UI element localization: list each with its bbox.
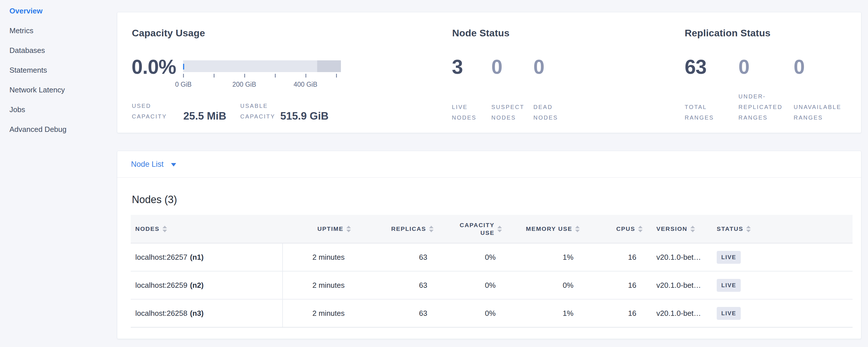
suspect-nodes-value: 0	[491, 57, 524, 77]
uptime-cell: 2 minutes	[283, 272, 355, 299]
capacity-use-cell: 0%	[438, 272, 506, 299]
table-row-node-3[interactable]: localhost:26258(n3) 2 minutes 63 0% 1% 1…	[131, 299, 852, 327]
column-header-status[interactable]: STATUS	[710, 215, 852, 243]
total-ranges-value: 63	[685, 57, 714, 77]
sidebar-item-databases[interactable]: Databases	[0, 41, 117, 60]
capacity-used-percent: 0.0%	[131, 57, 176, 77]
under-replicated-label: UNDER- REPLICATED RANGES	[739, 91, 782, 123]
suspect-nodes-label: SUSPECT NODES	[491, 102, 524, 123]
sidebar-item-statements[interactable]: Statements	[0, 60, 117, 80]
used-capacity-value: 25.5 MiB	[183, 111, 226, 121]
stat-dead-nodes: 0 DEAD NODES	[533, 57, 558, 123]
node-list-dropdown[interactable]: Node List	[117, 151, 861, 178]
capacity-gauge-used-marker	[183, 64, 184, 69]
cpus-cell: 16	[584, 299, 647, 327]
sort-icon	[162, 226, 167, 232]
memory-use-cell: 1%	[506, 244, 584, 271]
axis-tick-label: 0 GiB	[160, 81, 206, 88]
stat-live-nodes: 3 LIVE NODES	[452, 57, 476, 123]
table-row-node-2[interactable]: localhost:26259(n2) 2 minutes 63 0% 0% 1…	[131, 272, 852, 299]
axis-tick	[275, 74, 276, 77]
axis-tick	[336, 74, 337, 77]
column-header-memory-use[interactable]: MEMORY USE	[506, 215, 584, 243]
used-capacity-label: USED CAPACITY	[132, 101, 167, 122]
capacity-gauge-usable-segment	[183, 60, 317, 72]
status-cell: LIVE	[710, 244, 852, 271]
sidebar-item-metrics[interactable]: Metrics	[0, 21, 117, 41]
capacity-gauge-axis: 0 GiB 200 GiB 400 GiB	[183, 74, 336, 77]
sidebar-item-jobs[interactable]: Jobs	[0, 100, 117, 120]
status-badge: LIVE	[717, 251, 741, 264]
capacity-gauge	[183, 60, 341, 72]
version-cell: v20.1.0-bet…	[647, 299, 710, 327]
dead-nodes-label: DEAD NODES	[533, 102, 558, 123]
sort-icon	[429, 226, 434, 232]
usable-capacity-value: 515.9 GiB	[280, 111, 329, 121]
capacity-use-cell: 0%	[438, 299, 506, 327]
sidebar-item-overview[interactable]: Overview	[0, 1, 117, 21]
column-header-uptime[interactable]: UPTIME	[283, 215, 355, 243]
dead-nodes-value: 0	[533, 57, 558, 77]
node-address-cell: localhost:26259(n2)	[131, 272, 283, 299]
sort-icon	[346, 226, 351, 232]
node-address-cell: localhost:26257(n1)	[131, 244, 283, 271]
axis-tick	[244, 74, 245, 77]
capacity-usage-title: Capacity Usage	[132, 28, 205, 39]
sort-icon	[638, 226, 643, 232]
axis-tick	[305, 74, 306, 77]
column-header-replicas[interactable]: REPLICAS	[355, 215, 438, 243]
capacity-use-cell: 0%	[438, 244, 506, 271]
stat-suspect-nodes: 0 SUSPECT NODES	[491, 57, 524, 123]
chevron-down-icon	[171, 163, 176, 166]
table-row-node-1[interactable]: localhost:26257(n1) 2 minutes 63 0% 1% 1…	[131, 244, 852, 272]
memory-use-cell: 0%	[506, 272, 584, 299]
sort-icon	[575, 226, 580, 232]
nodes-table-header: NODES UPTIME REPLICAS CAPACITY USE MEMOR…	[131, 215, 852, 244]
sort-icon	[497, 226, 502, 232]
sort-icon	[690, 226, 695, 232]
stat-unavailable-ranges: 0 UNAVAILABLE RANGES	[794, 57, 841, 123]
node-list-card: Node List Nodes (3) NODES UPTIME REPLICA…	[117, 151, 861, 339]
status-cell: LIVE	[710, 272, 852, 299]
column-header-capacity-use[interactable]: CAPACITY USE	[438, 215, 506, 243]
node-status-title: Node Status	[452, 28, 509, 39]
status-badge: LIVE	[717, 279, 741, 292]
axis-tick-label: 400 GiB	[283, 81, 328, 88]
uptime-cell: 2 minutes	[283, 299, 355, 327]
under-replicated-value: 0	[739, 57, 782, 77]
column-header-cpus[interactable]: CPUS	[584, 215, 647, 243]
column-header-nodes[interactable]: NODES	[131, 215, 283, 243]
stat-under-replicated-ranges: 0 UNDER- REPLICATED RANGES	[739, 57, 782, 123]
replication-status-title: Replication Status	[685, 28, 771, 39]
axis-tick-label: 200 GiB	[221, 81, 267, 88]
cpus-cell: 16	[584, 244, 647, 271]
replicas-cell: 63	[355, 299, 438, 327]
column-header-version[interactable]: VERSION	[647, 215, 710, 243]
status-badge: LIVE	[717, 307, 741, 320]
usable-capacity-label: USABLE CAPACITY	[240, 101, 275, 122]
node-address-cell: localhost:26258(n3)	[131, 299, 283, 327]
capacity-gauge-other-segment	[317, 60, 341, 72]
replicas-cell: 63	[355, 272, 438, 299]
unavailable-ranges-value: 0	[794, 57, 841, 77]
status-cell: LIVE	[710, 299, 852, 327]
stat-total-ranges: 63 TOTAL RANGES	[685, 57, 714, 123]
nodes-table: NODES UPTIME REPLICAS CAPACITY USE MEMOR…	[131, 215, 852, 327]
axis-tick	[214, 74, 215, 77]
total-ranges-label: TOTAL RANGES	[685, 102, 714, 123]
sidebar-item-advanced-debug[interactable]: Advanced Debug	[0, 120, 117, 139]
sidebar-item-network-latency[interactable]: Network Latency	[0, 80, 117, 100]
nodes-table-title: Nodes (3)	[132, 194, 177, 206]
uptime-cell: 2 minutes	[283, 244, 355, 271]
live-nodes-value: 3	[452, 57, 476, 77]
node-list-dropdown-label: Node List	[131, 160, 163, 169]
sidebar: Overview Metrics Databases Statements Ne…	[0, 0, 117, 347]
live-nodes-label: LIVE NODES	[452, 102, 476, 123]
replicas-cell: 63	[355, 244, 438, 271]
cpus-cell: 16	[584, 272, 647, 299]
axis-tick	[183, 74, 184, 77]
cluster-summary-card: Capacity Usage 0.0% 0 GiB 200 GiB 400 Gi…	[117, 12, 861, 133]
version-cell: v20.1.0-bet…	[647, 244, 710, 271]
memory-use-cell: 1%	[506, 299, 584, 327]
version-cell: v20.1.0-bet…	[647, 272, 710, 299]
